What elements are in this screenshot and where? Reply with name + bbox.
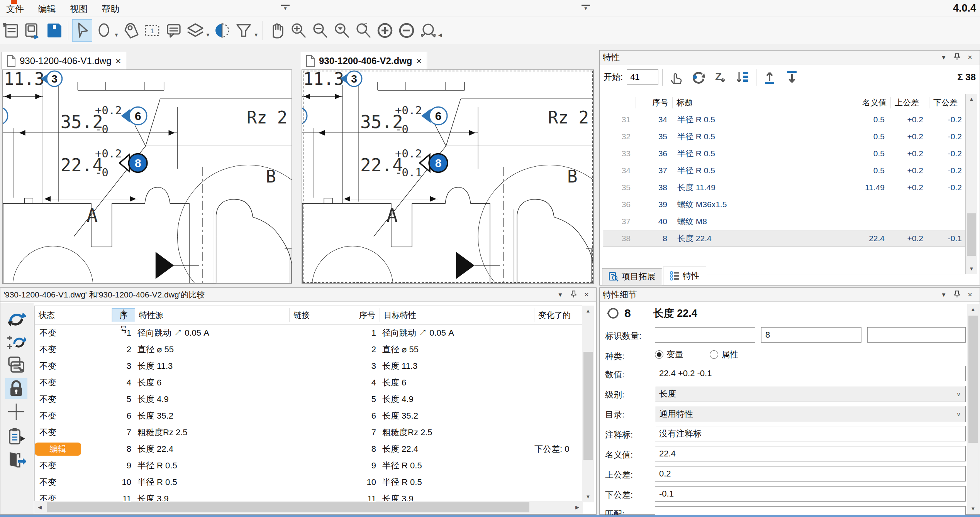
- comparison-row[interactable]: 不变 2 直径 ⌀ 55 2 直径 ⌀ 55: [35, 341, 583, 358]
- comparison-hscrollbar[interactable]: ◀ ▶: [34, 501, 583, 514]
- comparison-row[interactable]: 编辑 8 长度 22.4 8 长度 22.4 下公差: 0: [35, 441, 583, 457]
- close-icon[interactable]: ×: [416, 56, 422, 66]
- balloon-8-selected[interactable]: 8: [420, 154, 448, 172]
- tab-overflow-icon[interactable]: ▼: [582, 5, 590, 10]
- col-status[interactable]: 状态: [35, 308, 112, 322]
- z-order-icon[interactable]: Z: [711, 68, 730, 86]
- crosshair-icon[interactable]: [5, 401, 27, 422]
- tab-project-expand[interactable]: 项目拓展: [602, 268, 662, 285]
- close-icon[interactable]: ✕: [963, 54, 977, 61]
- pin-icon[interactable]: [950, 291, 963, 299]
- scroll-left-icon[interactable]: ◀: [34, 501, 45, 514]
- comparison-vscrollbar[interactable]: ▲ ▼: [582, 306, 594, 502]
- details-vscrollbar[interactable]: ▲ ▼: [967, 304, 979, 514]
- balloon-pin-icon[interactable]: [120, 19, 141, 42]
- save-icon[interactable]: [44, 19, 64, 42]
- col-seq[interactable]: 序号: [636, 97, 673, 108]
- renumber-icon[interactable]: 1: [142, 19, 162, 42]
- panel-menu-icon[interactable]: ▼: [554, 291, 567, 298]
- new-document-icon[interactable]: [1, 19, 21, 42]
- scroll-thumb[interactable]: [968, 316, 978, 443]
- panel-menu-icon[interactable]: ▼: [937, 291, 950, 298]
- value-input[interactable]: [655, 366, 966, 381]
- col-title[interactable]: 标题: [673, 97, 825, 108]
- lower-tol-input[interactable]: [655, 486, 966, 502]
- id-qty-input-2[interactable]: [761, 327, 861, 343]
- radio-attribute[interactable]: 属性: [710, 349, 738, 360]
- report-icon[interactable]: [5, 426, 27, 447]
- filter-icon[interactable]: [234, 19, 254, 42]
- zoom-region-icon[interactable]: [353, 19, 373, 42]
- zoom-in-icon[interactable]: [288, 19, 309, 42]
- reorder-list-icon[interactable]: [734, 68, 752, 86]
- tab-doc-v1[interactable]: 930-1200-406-V1.dwg ×: [2, 52, 126, 69]
- note-icon[interactable]: [164, 19, 184, 42]
- property-row[interactable]: 38 8 长度 22.4 22.4 +0.2 -0.1: [603, 230, 965, 247]
- col-target[interactable]: 目标特性: [380, 308, 534, 322]
- compare-halves-icon[interactable]: [212, 19, 232, 42]
- col-changed[interactable]: 变化了的: [534, 308, 582, 322]
- radio-variable[interactable]: 变量: [655, 349, 683, 360]
- drawing-view-v1[interactable]: 11.3 35.2 +0.2 -0 22.4 +0.2 -0 Rz 2 A B …: [2, 69, 292, 284]
- scroll-thumb[interactable]: [583, 352, 593, 460]
- filter-dropdown-icon[interactable]: ▼: [254, 32, 259, 38]
- col-upper[interactable]: 上公差: [891, 97, 929, 108]
- zoom-window-icon[interactable]: [418, 19, 438, 42]
- pick-hand-icon[interactable]: [666, 68, 685, 86]
- scroll-down-icon[interactable]: ▼: [582, 492, 594, 502]
- property-row[interactable]: 33 36 半径 R 0.5 0.5 +0.2 -0.2: [603, 145, 965, 162]
- properties-vscrollbar[interactable]: ▲ ▼: [966, 94, 977, 274]
- pin-icon[interactable]: [567, 291, 580, 299]
- col-seq-sorted[interactable]: ▲序号: [112, 308, 135, 322]
- pin-icon[interactable]: [950, 53, 963, 62]
- property-row[interactable]: 35 38 长度 11.49 11.49 +0.2 -0.2: [603, 179, 965, 196]
- nominal-input[interactable]: [655, 446, 966, 461]
- close-icon[interactable]: ×: [115, 56, 121, 66]
- scroll-thumb[interactable]: [47, 502, 529, 512]
- balloon-6[interactable]: 6: [421, 107, 447, 125]
- import-icon[interactable]: [760, 68, 779, 86]
- scroll-up-icon[interactable]: ▲: [582, 306, 594, 316]
- new-compare-icon[interactable]: [5, 332, 27, 353]
- comparison-row[interactable]: 不变 7 粗糙度Rz 2.5 7 粗糙度Rz 2.5: [35, 424, 583, 441]
- tab-properties[interactable]: 特性: [663, 267, 706, 285]
- lock-icon[interactable]: [5, 378, 27, 399]
- upper-tol-input[interactable]: [655, 466, 966, 482]
- scroll-up-icon[interactable]: ▲: [967, 304, 979, 315]
- menu-view[interactable]: 视图: [64, 0, 94, 18]
- property-row[interactable]: 36 39 螺纹 M36x1.5: [603, 196, 965, 213]
- select-cursor-icon[interactable]: [72, 19, 92, 42]
- comparison-row[interactable]: 不变 4 长度 6 4 长度 6: [35, 374, 583, 391]
- col-target-seq[interactable]: 序号: [355, 308, 380, 322]
- pan-hand-icon[interactable]: [267, 19, 287, 42]
- open-document-icon[interactable]: [22, 19, 42, 42]
- comparison-row[interactable]: 不变 1 径向跳动 ↗ 0.05 A 1 径向跳动 ↗ 0.05 A: [35, 324, 583, 341]
- balloon-dropdown-icon[interactable]: ▼: [114, 32, 119, 38]
- catalog-select[interactable]: 通用特性∨: [655, 406, 966, 422]
- layers-icon[interactable]: [185, 19, 205, 42]
- tab-doc-v2[interactable]: 930-1200-406-V2.dwg ×: [301, 52, 427, 69]
- auto-sequence-icon[interactable]: [689, 68, 707, 86]
- balloon-6[interactable]: 6: [121, 107, 147, 125]
- balloon-icon[interactable]: [94, 19, 114, 42]
- panel-menu-icon[interactable]: ▼: [937, 54, 950, 61]
- drawing-view-v2[interactable]: 11.3 35.2 +0.2 -0 22.4 +0.2 -0.1 Rz 2 A …: [302, 69, 594, 284]
- zoom-window-dropdown-icon[interactable]: ◀: [438, 32, 442, 38]
- zoom-fit-icon[interactable]: [332, 19, 352, 42]
- transfer-doc-icon[interactable]: [5, 355, 27, 376]
- layers-dropdown-icon[interactable]: ▼: [205, 32, 210, 38]
- col-nominal[interactable]: 名义值: [825, 97, 891, 108]
- minus-circle-icon[interactable]: [397, 19, 417, 42]
- comparison-row[interactable]: 不变 10 半径 R 0.5 10 半径 R 0.5: [35, 474, 583, 490]
- balloon-8-selected[interactable]: 8: [120, 154, 147, 172]
- exit-export-icon[interactable]: [5, 449, 27, 470]
- comparison-row[interactable]: 不变 3 长度 11.3 3 长度 11.3: [35, 358, 583, 374]
- comparison-row[interactable]: 不变 5 长度 4.9 5 长度 4.9: [35, 391, 583, 407]
- rerun-compare-icon[interactable]: [5, 309, 27, 329]
- scroll-right-icon[interactable]: ▶: [572, 501, 583, 514]
- scroll-down-icon[interactable]: ▼: [967, 503, 979, 514]
- menu-help[interactable]: 帮助: [95, 0, 125, 18]
- tab-overflow-icon[interactable]: ▼: [281, 5, 290, 10]
- property-row[interactable]: 37 40 螺纹 M8: [603, 213, 965, 230]
- id-qty-input-1[interactable]: [655, 327, 755, 343]
